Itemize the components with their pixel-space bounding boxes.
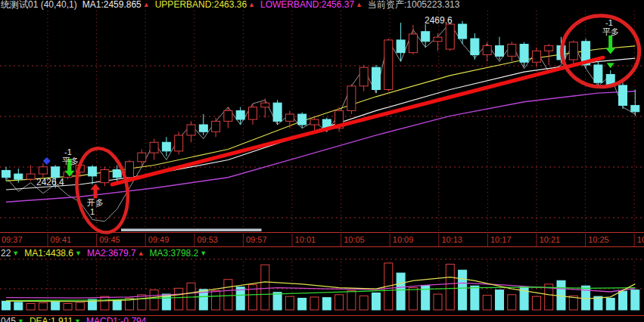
volume-bar — [39, 303, 47, 310]
candle-body — [372, 67, 381, 89]
h-scrollbar-thumb[interactable] — [121, 229, 262, 232]
candle-body — [261, 103, 269, 107]
volume-bar — [496, 290, 504, 310]
candle-body — [249, 107, 257, 119]
candle-body — [236, 110, 244, 119]
lowerband-line — [6, 91, 635, 202]
candle-body — [434, 37, 442, 42]
volume-bar — [26, 303, 35, 310]
candle-body — [569, 42, 577, 60]
candle-body — [26, 174, 35, 179]
candle-body — [347, 86, 356, 111]
volume-bar — [150, 290, 158, 310]
chart-canvas — [0, 0, 644, 322]
candle-body — [459, 24, 467, 39]
volume-bar — [224, 280, 232, 310]
volume-bar — [14, 302, 23, 310]
volume-bar — [409, 288, 417, 310]
candle-body — [422, 32, 430, 42]
candle-body — [471, 39, 479, 54]
volume-bar — [434, 294, 442, 310]
volume-ma2-line — [6, 283, 635, 298]
volume-bar — [359, 296, 368, 310]
upperband-line — [6, 46, 635, 181]
volume-bar — [606, 299, 614, 311]
candle-body — [2, 170, 11, 177]
candle-body — [187, 125, 195, 135]
candle-body — [14, 174, 23, 179]
candle-body — [162, 142, 170, 151]
volume-bar — [212, 290, 220, 310]
volume-bar — [2, 301, 11, 310]
candle-body — [384, 40, 393, 90]
volume-bar — [322, 298, 331, 310]
candle-body — [224, 110, 232, 121]
candle-body — [310, 119, 319, 125]
volume-bar — [51, 302, 60, 310]
volume-bar — [471, 286, 479, 310]
candle-body — [212, 121, 220, 132]
volume-bar — [101, 296, 109, 310]
candle-body — [483, 45, 491, 54]
candle-body — [298, 114, 306, 125]
candle-body — [545, 45, 553, 51]
candle-body — [446, 24, 454, 49]
candle-body — [175, 135, 183, 151]
volume-bar — [298, 299, 306, 311]
candle-body — [150, 142, 158, 153]
volume-bar — [175, 288, 183, 310]
candle-body — [39, 167, 47, 174]
volume-bar — [459, 270, 467, 310]
buy-signal-arrow — [91, 184, 101, 198]
volume-bar — [631, 290, 639, 310]
candle-body — [126, 162, 134, 178]
candle-body — [89, 167, 97, 176]
volume-bar — [347, 290, 356, 310]
volume-bar — [335, 295, 344, 310]
volume-bar — [372, 293, 381, 310]
candle-body — [508, 45, 516, 57]
candle-body — [273, 103, 282, 121]
volume-bar — [532, 296, 540, 310]
volume-bar — [273, 293, 282, 310]
highlight-circle-left — [72, 145, 133, 236]
volume-bar — [76, 302, 84, 310]
candle-body — [51, 167, 60, 178]
candle-body — [594, 65, 602, 82]
volume-bar — [64, 303, 72, 310]
volume-bar — [397, 273, 405, 310]
candle-body — [409, 34, 417, 53]
candle-body — [397, 40, 405, 53]
trading-terminal-window: 统测试01 (40,40,1)MA1:2459.865▲UPPERBAND:24… — [0, 0, 644, 322]
volume-bar — [582, 286, 590, 310]
volume-bar — [187, 283, 195, 310]
volume-bar — [619, 291, 627, 310]
candle-body — [520, 45, 528, 63]
volume-bar — [446, 265, 454, 310]
candle-body — [101, 170, 109, 183]
diamond-marker — [43, 157, 51, 165]
candle-body — [496, 45, 504, 56]
candle-body — [359, 67, 368, 86]
volume-bar — [261, 265, 269, 310]
volume-bar — [285, 296, 294, 310]
candle-body — [199, 125, 207, 132]
candle-body — [113, 170, 121, 178]
volume-bar — [138, 295, 146, 310]
candle-body — [619, 85, 627, 106]
volume-bar — [310, 297, 319, 310]
volume-bar — [483, 296, 491, 310]
sell-signal-arrow — [605, 36, 615, 54]
candle-body — [631, 105, 639, 111]
volume-bar — [508, 295, 516, 310]
candle-body — [532, 51, 540, 62]
volume-bar — [113, 300, 121, 310]
candle-body — [285, 114, 294, 121]
candle-body — [138, 153, 146, 162]
